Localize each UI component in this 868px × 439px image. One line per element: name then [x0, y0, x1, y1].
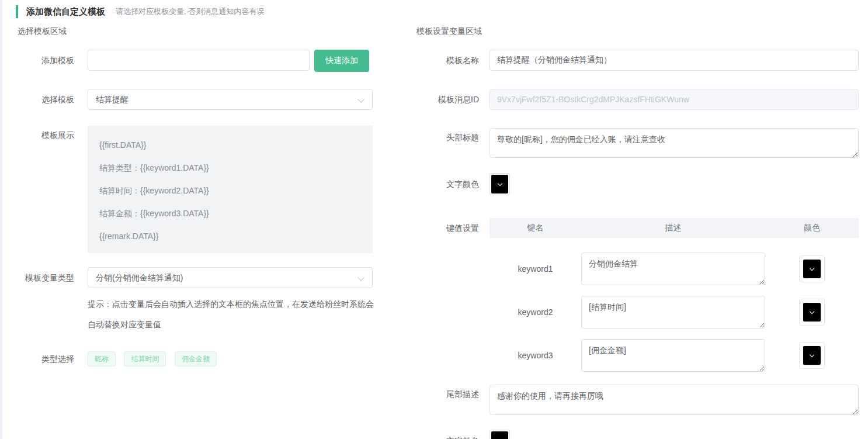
kv-table: 键名 描述 颜色 [489, 218, 859, 238]
footer-text-color-row: 文字颜色 [416, 430, 510, 439]
kv-key-name: keyword2 [489, 307, 581, 317]
select-template-dropdown[interactable]: 结算提醒 [88, 89, 373, 110]
variable-type-value: 分销(分销佣金结算通知) [96, 273, 183, 282]
color-swatch [803, 303, 821, 322]
template-name-input[interactable] [489, 50, 859, 71]
footer-text-color-picker[interactable] [489, 430, 510, 439]
template-msg-id-label: 模板消息ID [416, 89, 479, 110]
kv-col-key: 键名 [489, 223, 581, 233]
color-swatch [803, 346, 821, 365]
kv-desc-textarea[interactable]: [结算时间] [581, 296, 765, 329]
type-select-label: 类型选择 [18, 351, 74, 367]
select-template-row: 选择模板 结算提醒 [18, 89, 373, 110]
text-color-row: 文字颜色 [416, 173, 510, 195]
kv-table-header: 键名 描述 颜色 [489, 218, 859, 238]
footer-desc-label: 尾部描述 [416, 385, 479, 400]
header-title-row: 头部标题 尊敬的[昵称]，您的佣金已经入账，请注意查收 [416, 128, 859, 158]
add-template-row: 添加模板 快速添加 [18, 50, 369, 72]
type-tags: 昵称 结算时间 佣金金额 [88, 351, 223, 367]
right-section-title: 模板设置变量区域 [416, 26, 482, 37]
add-template-input[interactable] [88, 50, 310, 71]
footer-text-color-label: 文字颜色 [416, 430, 479, 439]
variable-type-row: 模板变量类型 分销(分销佣金结算通知) [18, 267, 373, 288]
kv-key-name: keyword3 [489, 351, 581, 360]
tag-settle-time[interactable]: 结算时间 [124, 351, 166, 367]
chevron-down-icon [810, 309, 814, 313]
template-msg-id-row: 模板消息ID [416, 89, 859, 110]
kv-color-picker[interactable] [799, 255, 825, 282]
preview-line: {{first.DATA}} [99, 134, 361, 157]
kv-desc-textarea[interactable]: 分销佣金结算 [581, 253, 765, 285]
variable-type-dropdown[interactable]: 分销(分销佣金结算通知) [88, 267, 373, 288]
template-name-label: 模板名称 [416, 50, 479, 71]
chevron-down-icon [810, 352, 814, 357]
text-color-picker[interactable] [489, 173, 510, 195]
accent-bar [16, 5, 18, 18]
template-preview-label: 模板展示 [18, 126, 74, 141]
kv-color-picker[interactable] [799, 299, 825, 326]
variable-type-label: 模板变量类型 [18, 267, 74, 288]
page-subtitle: 请选择对应模板变量, 否则消息通知内容有误 [116, 6, 264, 17]
kv-key-name: keyword1 [489, 264, 581, 274]
variable-hint-text: 提示：点击变量后会自动插入选择的文本框的焦点位置，在发送给粉丝时系统会自动替换对… [88, 294, 380, 335]
page-header: 添加微信自定义模板 请选择对应模板变量, 否则消息通知内容有误 [16, 5, 264, 18]
header-title-label: 头部标题 [416, 128, 479, 143]
footer-desc-row: 尾部描述 感谢你的使用，请再接再厉哦 [416, 385, 859, 415]
select-template-label: 选择模板 [18, 89, 74, 110]
preview-line: 结算金额：{{keyword3.DATA}} [99, 202, 361, 225]
kv-settings-label: 键值设置 [416, 218, 479, 238]
kv-desc-textarea[interactable]: [佣金金额] [581, 339, 765, 372]
kv-settings-row: 键值设置 键名 描述 颜色 [416, 218, 859, 238]
kv-row-keyword3: keyword3 [佣金金额] [489, 339, 859, 372]
chevron-down-icon [357, 96, 364, 102]
chevron-down-icon [497, 181, 502, 185]
kv-col-color: 颜色 [765, 223, 859, 233]
kv-color-picker[interactable] [799, 342, 825, 369]
template-preview-row: 模板展示 {{first.DATA}} 结算类型：{{keyword1.DATA… [18, 126, 373, 253]
color-swatch [491, 175, 508, 193]
kv-row-keyword1: keyword1 分销佣金结算 [489, 253, 859, 285]
select-template-value: 结算提醒 [96, 95, 129, 104]
footer-desc-textarea[interactable]: 感谢你的使用，请再接再厉哦 [489, 385, 859, 415]
color-swatch [803, 260, 821, 278]
preview-line: 结算时间：{{keyword2.DATA}} [99, 179, 361, 202]
color-swatch [491, 431, 508, 439]
text-color-label: 文字颜色 [416, 173, 479, 195]
kv-col-desc: 描述 [581, 223, 765, 233]
preview-line: {{remark.DATA}} [99, 225, 361, 248]
chevron-down-icon [810, 265, 814, 270]
template-name-row: 模板名称 [416, 50, 859, 71]
add-wechat-template-page: 添加微信自定义模板 请选择对应模板变量, 否则消息通知内容有误 选择模板区域 模… [0, 0, 868, 439]
left-section-title: 选择模板区域 [18, 26, 67, 37]
page-edge-strip [0, 0, 2, 439]
quick-add-button[interactable]: 快速添加 [314, 50, 369, 72]
add-template-label: 添加模板 [18, 50, 74, 71]
kv-row-keyword2: keyword2 [结算时间] [489, 296, 859, 329]
chevron-down-icon [357, 274, 364, 281]
tag-commission-amount[interactable]: 佣金金额 [175, 351, 217, 367]
page-title: 添加微信自定义模板 [26, 6, 105, 18]
tag-nickname[interactable]: 昵称 [88, 351, 116, 367]
preview-line: 结算类型：{{keyword1.DATA}} [99, 157, 361, 179]
header-title-textarea[interactable]: 尊敬的[昵称]，您的佣金已经入账，请注意查收 [489, 128, 859, 158]
template-msg-id-input [489, 89, 859, 110]
type-select-row: 类型选择 昵称 结算时间 佣金金额 [18, 351, 223, 367]
template-preview-box: {{first.DATA}} 结算类型：{{keyword1.DATA}} 结算… [88, 126, 373, 253]
